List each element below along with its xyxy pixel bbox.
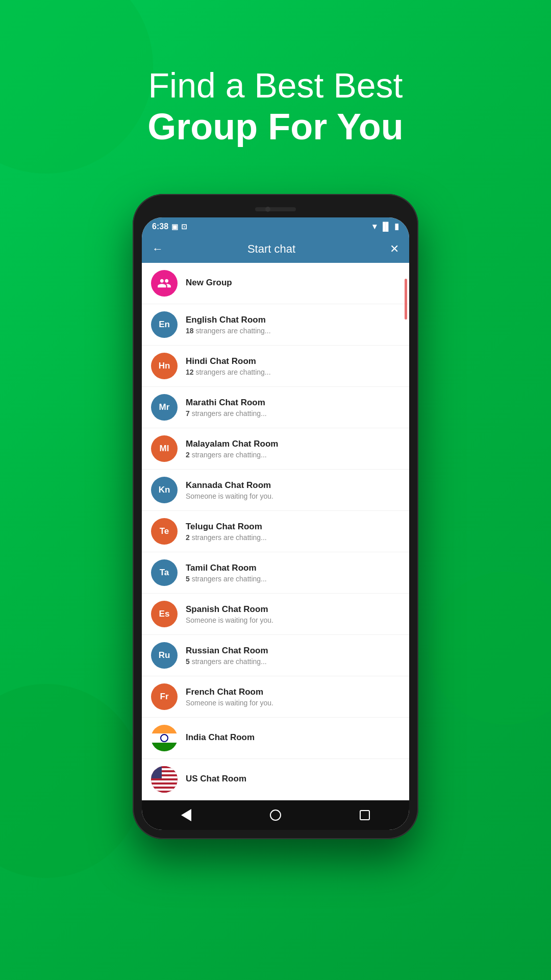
spanish-avatar: Es xyxy=(151,601,178,627)
phone-notch xyxy=(142,203,409,217)
app-header: ← Start chat ✕ xyxy=(142,235,409,263)
spanish-info: Spanish Chat Room Someone is waiting for… xyxy=(186,604,400,624)
chat-item-marathi[interactable]: Mr Marathi Chat Room 7 strangers are cha… xyxy=(142,387,409,428)
marathi-name: Marathi Chat Room xyxy=(186,398,400,408)
spanish-name: Spanish Chat Room xyxy=(186,604,400,615)
scroll-indicator xyxy=(405,279,407,320)
hindi-subtitle: 12 strangers are chatting... xyxy=(186,368,400,376)
russian-name: Russian Chat Room xyxy=(186,646,400,656)
chat-item-telugu[interactable]: Te Telugu Chat Room 2 strangers are chat… xyxy=(142,511,409,552)
kannada-subtitle: Someone is waiting for you. xyxy=(186,492,400,500)
india-flag-avatar xyxy=(151,725,178,751)
malayalam-avatar: Ml xyxy=(151,435,178,462)
signal-icon: ▐▌ xyxy=(380,222,391,231)
russian-avatar: Ru xyxy=(151,642,178,669)
english-avatar: En xyxy=(151,311,178,338)
new-group-avatar xyxy=(151,270,178,297)
phone-mockup: 6:38 ▣ ⊡ ▾ ▐▌ ▮ ← Start chat ✕ xyxy=(133,194,418,839)
india-info: India Chat Room xyxy=(186,732,400,744)
malayalam-info: Malayalam Chat Room 2 strangers are chat… xyxy=(186,439,400,459)
wifi-icon: ▾ xyxy=(372,222,377,231)
chat-item-tamil[interactable]: Ta Tamil Chat Room 5 strangers are chatt… xyxy=(142,552,409,594)
home-circle-icon xyxy=(270,810,281,821)
chat-item-india[interactable]: India Chat Room xyxy=(142,718,409,759)
screen-title: Start chat xyxy=(153,242,390,256)
chat-item-new-group[interactable]: New Group xyxy=(142,263,409,304)
india-name: India Chat Room xyxy=(186,732,400,743)
tamil-subtitle: 5 strangers are chatting... xyxy=(186,575,400,583)
battery-icon: ▮ xyxy=(394,222,399,231)
nfc-icon: ⊡ xyxy=(181,223,187,231)
bottom-nav xyxy=(142,800,409,830)
us-flag-avatar xyxy=(151,766,178,793)
bg-decoration-bl xyxy=(0,684,143,878)
headline-line2: Group For You xyxy=(0,105,551,149)
us-info: US Chat Room xyxy=(186,774,400,786)
english-subtitle: 18 strangers are chatting... xyxy=(186,327,400,335)
french-info: French Chat Room Someone is waiting for … xyxy=(186,687,400,707)
chat-item-french[interactable]: Fr French Chat Room Someone is waiting f… xyxy=(142,676,409,718)
marathi-info: Marathi Chat Room 7 strangers are chatti… xyxy=(186,398,400,418)
new-group-info: New Group xyxy=(186,278,400,289)
us-name: US Chat Room xyxy=(186,774,400,784)
nav-recents-button[interactable] xyxy=(357,807,372,823)
french-subtitle: Someone is waiting for you. xyxy=(186,699,400,707)
tamil-avatar: Ta xyxy=(151,559,178,586)
chat-item-kannada[interactable]: Kn Kannada Chat Room Someone is waiting … xyxy=(142,470,409,511)
status-bar: 6:38 ▣ ⊡ ▾ ▐▌ ▮ xyxy=(142,217,409,235)
status-left: 6:38 ▣ ⊡ xyxy=(152,222,187,231)
kannada-info: Kannada Chat Room Someone is waiting for… xyxy=(186,480,400,500)
chat-item-english[interactable]: En English Chat Room 18 strangers are ch… xyxy=(142,304,409,346)
marathi-subtitle: 7 strangers are chatting... xyxy=(186,409,400,418)
french-name: French Chat Room xyxy=(186,687,400,697)
telugu-subtitle: 2 strangers are chatting... xyxy=(186,533,400,542)
phone-camera xyxy=(265,207,270,212)
chat-item-hindi[interactable]: Hn Hindi Chat Room 12 strangers are chat… xyxy=(142,346,409,387)
malayalam-name: Malayalam Chat Room xyxy=(186,439,400,449)
malayalam-subtitle: 2 strangers are chatting... xyxy=(186,451,400,459)
hindi-info: Hindi Chat Room 12 strangers are chattin… xyxy=(186,356,400,376)
telugu-name: Telugu Chat Room xyxy=(186,522,400,532)
telugu-info: Telugu Chat Room 2 strangers are chattin… xyxy=(186,522,400,542)
status-right: ▾ ▐▌ ▮ xyxy=(372,222,399,231)
chat-item-malayalam[interactable]: Ml Malayalam Chat Room 2 strangers are c… xyxy=(142,428,409,470)
hindi-name: Hindi Chat Room xyxy=(186,356,400,366)
close-button[interactable]: ✕ xyxy=(390,242,399,256)
russian-subtitle: 5 strangers are chatting... xyxy=(186,657,400,666)
spanish-subtitle: Someone is waiting for you. xyxy=(186,616,400,624)
back-triangle-icon xyxy=(181,809,191,821)
phone-outer: 6:38 ▣ ⊡ ▾ ▐▌ ▮ ← Start chat ✕ xyxy=(133,194,418,839)
tamil-name: Tamil Chat Room xyxy=(186,563,400,573)
english-info: English Chat Room 18 strangers are chatt… xyxy=(186,315,400,335)
new-group-name: New Group xyxy=(186,278,400,288)
phone-speaker xyxy=(255,207,296,211)
kannada-name: Kannada Chat Room xyxy=(186,480,400,491)
chat-list: New Group En English Chat Room 18 strang… xyxy=(142,263,409,800)
chat-item-spanish[interactable]: Es Spanish Chat Room Someone is waiting … xyxy=(142,594,409,635)
headline-line1: Find a Best Best xyxy=(0,66,551,105)
sim-icon: ▣ xyxy=(171,223,178,231)
french-avatar: Fr xyxy=(151,683,178,710)
headline: Find a Best Best Group For You xyxy=(0,66,551,149)
russian-info: Russian Chat Room 5 strangers are chatti… xyxy=(186,646,400,666)
status-time: 6:38 xyxy=(152,222,168,231)
chat-item-russian[interactable]: Ru Russian Chat Room 5 strangers are cha… xyxy=(142,635,409,676)
english-name: English Chat Room xyxy=(186,315,400,325)
bg-decoration-br xyxy=(429,572,551,725)
nav-home-button[interactable] xyxy=(268,807,283,823)
telugu-avatar: Te xyxy=(151,518,178,545)
chat-item-us[interactable]: US Chat Room xyxy=(142,759,409,800)
kannada-avatar: Kn xyxy=(151,477,178,503)
marathi-avatar: Mr xyxy=(151,394,178,421)
nav-back-button[interactable] xyxy=(179,807,194,823)
phone-screen: 6:38 ▣ ⊡ ▾ ▐▌ ▮ ← Start chat ✕ xyxy=(142,217,409,830)
recents-square-icon xyxy=(360,810,370,820)
tamil-info: Tamil Chat Room 5 strangers are chatting… xyxy=(186,563,400,583)
hindi-avatar: Hn xyxy=(151,353,178,379)
